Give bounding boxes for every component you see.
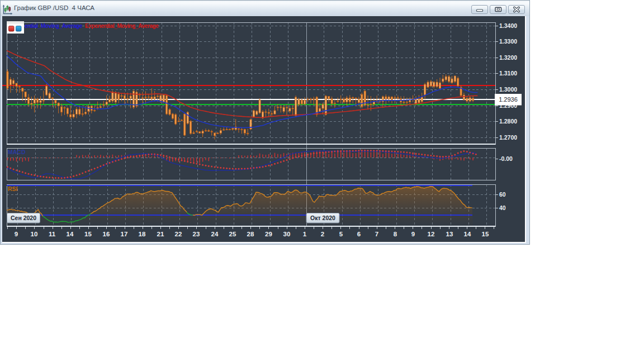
svg-text:11: 11 (49, 231, 56, 237)
svg-text:14: 14 (67, 231, 74, 237)
svg-text:2: 2 (321, 231, 324, 237)
svg-text:1: 1 (303, 231, 307, 237)
svg-text:18: 18 (139, 231, 146, 237)
svg-text:24: 24 (211, 231, 219, 237)
svg-text:16: 16 (103, 231, 110, 237)
svg-text:ential_Moving_Average: ential_Moving_Average (25, 23, 83, 29)
svg-text:60: 60 (499, 191, 506, 198)
svg-text:14: 14 (464, 231, 471, 237)
svg-text:-0.00: -0.00 (499, 155, 513, 162)
svg-text:12: 12 (428, 231, 435, 237)
svg-text:1.3100: 1.3100 (499, 70, 517, 77)
svg-text:13: 13 (446, 231, 453, 237)
svg-text:RSI: RSI (8, 185, 18, 192)
svg-text:9: 9 (411, 231, 415, 237)
svg-text:23: 23 (193, 231, 200, 237)
svg-text:9: 9 (15, 231, 18, 237)
svg-text:1.2700: 1.2700 (499, 134, 517, 141)
svg-text:28: 28 (247, 231, 254, 237)
svg-text:40: 40 (499, 204, 506, 211)
svg-text:5: 5 (339, 231, 343, 237)
svg-text:Сен 2020: Сен 2020 (11, 215, 36, 221)
svg-text:7: 7 (375, 231, 378, 237)
svg-text:MACD: MACD (8, 149, 26, 155)
svg-text:29: 29 (265, 231, 272, 237)
svg-text:30: 30 (283, 231, 291, 237)
svg-text:1.3000: 1.3000 (499, 86, 517, 93)
svg-text:Exponential_Moving_Average: Exponential_Moving_Average (85, 23, 159, 29)
svg-text:1.2800: 1.2800 (499, 118, 517, 125)
svg-text:22: 22 (175, 231, 182, 237)
svg-text:15: 15 (84, 231, 92, 237)
svg-text:6: 6 (357, 231, 361, 237)
svg-text:1.3400: 1.3400 (499, 22, 517, 29)
svg-text:10: 10 (31, 231, 38, 237)
svg-text:8: 8 (394, 231, 397, 237)
svg-text:1.2936: 1.2936 (499, 96, 518, 103)
svg-text:17: 17 (121, 231, 128, 237)
svg-text:1.3300: 1.3300 (499, 38, 517, 45)
svg-text:21: 21 (157, 231, 164, 237)
svg-text:25: 25 (229, 231, 236, 237)
svg-text:15: 15 (482, 231, 489, 237)
svg-text:1.3200: 1.3200 (499, 54, 517, 61)
svg-text:Окт 2020: Окт 2020 (310, 215, 335, 221)
